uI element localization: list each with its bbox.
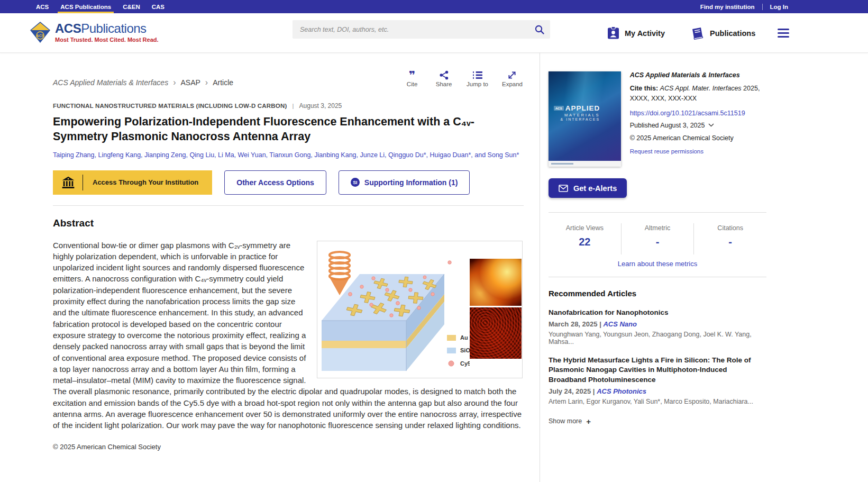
recommended-article-authors: Artem Larin, Egor Kurganov, Yali Sun*, M… (549, 398, 766, 405)
acs-publications-logo[interactable]: ACS ACSPublications Most Trusted. Most C… (30, 22, 159, 43)
cite-icon: ❞ (409, 70, 415, 80)
my-activity-label: My Activity (625, 29, 665, 38)
journal-name[interactable]: ACS Applied Materials & Interfaces (630, 71, 766, 79)
cover-title-interfaces: & INTERFACES (554, 117, 600, 121)
published-date: Published August 3, 2025 (630, 122, 705, 129)
jump-to-icon (472, 70, 483, 80)
recommended-article-meta: July 24, 2025 | ACS Photonics (549, 387, 766, 395)
fluorescence-map-image (470, 259, 522, 306)
svg-text:Au: Au (460, 334, 468, 341)
supporting-info-button[interactable]: SI Supporting Information (1) (339, 170, 470, 195)
recommended-article: The Hybrid Metasurface Lights a Fire in … (549, 356, 766, 405)
recommended-article-title[interactable]: Nanofabrication for Nanophotonics (549, 308, 766, 317)
article-actions: ❞ Cite Share (403, 70, 523, 87)
my-activity-button[interactable]: My Activity (607, 13, 665, 53)
citation-line: Cite this: ACS Appl. Mater. Interfaces 2… (630, 84, 766, 104)
other-access-label: Other Access Options (236, 178, 314, 187)
other-access-button[interactable]: Other Access Options (224, 170, 326, 195)
topnav-cas[interactable]: CAS (146, 0, 170, 13)
article-title: Empowering Polarization-Independent Fluo… (53, 115, 509, 144)
log-in-link[interactable]: Log In (770, 4, 789, 10)
site-header: ACS ACSPublications Most Trusted. Most C… (0, 13, 868, 53)
metric-altmetric: Altmetric - (621, 223, 694, 254)
topbar-right: Find my institution Log In (700, 0, 788, 13)
cover-footer (549, 161, 621, 167)
search-input[interactable] (293, 26, 529, 33)
sidebar-copyright: © 2025 American Chemical Society (630, 134, 766, 142)
separator: | (293, 103, 294, 109)
metric-article-views: Article Views 22 (549, 223, 621, 254)
breadcrumb-journal[interactable]: ACS Applied Materials & Interfaces (53, 78, 168, 87)
light-coil-icon (330, 252, 350, 279)
recommended-article-title[interactable]: The Hybrid Metasurface Lights a Fire in … (549, 356, 766, 385)
publications-label: Publications (710, 29, 755, 38)
share-icon (439, 70, 449, 80)
access-institution-label: Access Through Your Institution (93, 178, 198, 186)
recommended-article-meta: March 28, 2025 | ACS Nano (549, 320, 766, 328)
get-e-alerts-button[interactable]: Get e-Alerts (549, 178, 627, 198)
expand-button[interactable]: Expand (502, 70, 523, 87)
top-bar: ACS ACS Publications C&EN CAS Find my in… (0, 0, 868, 13)
topnav-acs-publications[interactable]: ACS Publications (54, 0, 117, 13)
chevron-right-icon: › (205, 78, 208, 87)
logo-acs-text: ACS (55, 21, 81, 35)
show-more-button[interactable]: Show more + (549, 417, 766, 426)
si-badge-icon: SI (351, 178, 360, 187)
request-reuse-link[interactable]: Request reuse permissions (630, 148, 766, 154)
plus-icon: + (586, 417, 591, 426)
author-list[interactable]: Taiping Zhang, Lingfeng Kang, Jianping Z… (53, 151, 524, 160)
institution-icon (61, 176, 75, 189)
cite-label: Cite (407, 81, 417, 87)
hamburger-menu-icon[interactable] (778, 29, 789, 40)
supporting-info-label: Supporting Information (1) (364, 178, 458, 187)
recommended-heading: Recommended Articles (549, 289, 766, 298)
jump-to-button[interactable]: Jump to (467, 70, 488, 87)
breadcrumb-asap[interactable]: ASAP (180, 78, 200, 87)
abstract-heading: Abstract (53, 217, 524, 229)
article-main-column: ACS Applied Materials & Interfaces › ASA… (53, 53, 524, 451)
search-bar (293, 20, 550, 39)
topnav-cen[interactable]: C&EN (117, 0, 146, 13)
recommended-article: Nanofabrication for Nanophotonics March … (549, 308, 766, 345)
topnav-acs[interactable]: ACS (30, 0, 54, 13)
search-icon (535, 25, 544, 34)
page-body: ACS Applied Materials & Interfaces › ASA… (0, 53, 868, 482)
breadcrumb: ACS Applied Materials & Interfaces › ASA… (53, 78, 233, 87)
svg-text:SiO₂: SiO₂ (460, 347, 470, 353)
find-institution-link[interactable]: Find my institution (700, 4, 755, 10)
published-date-toggle[interactable]: Published August 3, 2025 (630, 122, 766, 129)
article-copyright: © 2025 American Chemical Society (53, 443, 524, 451)
learn-metrics-link[interactable]: Learn about these metrics (549, 260, 766, 268)
access-institution-button[interactable]: Access Through Your Institution (53, 170, 212, 195)
figure-legend: Au SiO₂ Cy5.5 (447, 334, 470, 367)
fluorescence-images (470, 241, 522, 378)
fluorescence-map-image (470, 307, 522, 359)
cover-title-materials: MATERIALS (554, 113, 600, 117)
recommended-journal-link[interactable]: ACS Nano (603, 320, 637, 328)
cover-title-applied: APPLIED (565, 104, 600, 112)
book-icon (690, 27, 705, 40)
svg-text:Cy5.5: Cy5.5 (460, 360, 470, 367)
abstract-graphic[interactable]: Au SiO₂ Cy5.5 (317, 241, 523, 378)
jump-to-label: Jump to (467, 81, 488, 87)
svg-text:ACS: ACS (36, 34, 44, 38)
altmetric-count: - (622, 236, 694, 248)
recommended-article-authors: Younghwan Yang, Youngsun Jeon, Zhaogang … (549, 331, 766, 345)
journal-cover-image[interactable]: ACS APPLIED MATERIALS & INTERFACES (549, 71, 621, 167)
share-button[interactable]: Share (435, 70, 453, 87)
publish-date: August 3, 2025 (299, 102, 342, 110)
article-category[interactable]: FUNCTIONAL NANOSTRUCTURED MATERIALS (INC… (53, 103, 287, 109)
recommended-journal-link[interactable]: ACS Photonics (597, 387, 646, 395)
divider (83, 175, 83, 190)
expand-label: Expand (502, 81, 523, 87)
doi-link[interactable]: https://doi.org/10.1021/acsami.5c11519 (630, 110, 766, 117)
publications-menu-button[interactable]: Publications (690, 13, 755, 53)
recommended-articles: Recommended Articles Nanofabrication for… (549, 277, 766, 426)
expand-icon (507, 70, 517, 80)
divider (53, 205, 524, 206)
search-button[interactable] (529, 20, 550, 39)
cite-button[interactable]: ❞ Cite (403, 70, 421, 87)
logo-publications-text: Publications (81, 21, 146, 35)
divider (762, 4, 763, 10)
article-sidebar: ACS APPLIED MATERIALS & INTERFACES ACS A… (540, 53, 766, 482)
